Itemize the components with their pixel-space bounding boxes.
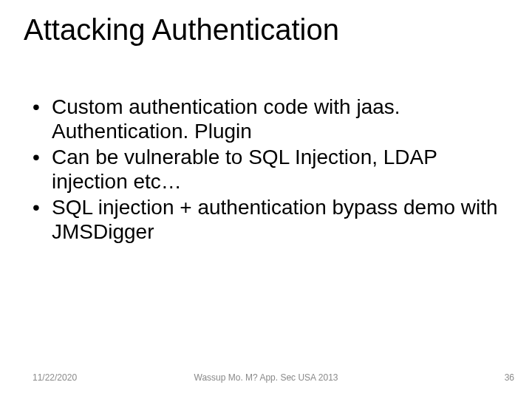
slide: Attacking Authentication Custom authenti… <box>0 0 532 399</box>
bullet-item: SQL injection + authentication bypass de… <box>33 195 499 244</box>
footer-title: Wassup Mo. M? App. Sec USA 2013 <box>0 372 532 383</box>
slide-body: Custom authentication code with jaas. Au… <box>33 95 499 245</box>
bullet-item: Can be vulnerable to SQL Injection, LDAP… <box>33 145 499 194</box>
footer-page-number: 36 <box>505 372 514 383</box>
slide-title: Attacking Authentication <box>24 13 508 46</box>
bullet-item: Custom authentication code with jaas. Au… <box>33 95 499 143</box>
bullet-list: Custom authentication code with jaas. Au… <box>33 95 499 244</box>
